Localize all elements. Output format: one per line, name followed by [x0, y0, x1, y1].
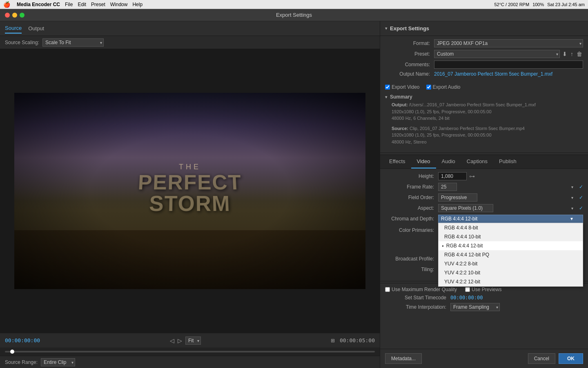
start-timecode-label: Set Start Timecode — [385, 295, 450, 301]
format-section: Format: JPEG 2000 MXF OP1a ▾ Preset: Cus… — [380, 36, 588, 83]
export-audio-checkbox[interactable] — [426, 85, 431, 90]
frame-rate-row: Frame Rate: 25 ▾ ✓ — [385, 183, 583, 191]
menu-window[interactable]: Window — [110, 2, 128, 7]
menu-preset[interactable]: Preset — [91, 2, 105, 7]
chroma-selected-value: RGB 4:4:4 12-bit — [441, 216, 477, 222]
fit-select[interactable]: Fit — [185, 337, 201, 345]
chroma-option-rgb444-12[interactable]: ● RGB 4:4:4 12-bit — [439, 241, 583, 250]
chroma-select-btn[interactable]: RGB 4:4:4 12-bit ▾ — [438, 215, 583, 223]
maximize-button[interactable] — [20, 13, 24, 18]
close-button[interactable] — [5, 13, 10, 18]
frame-rate-select-wrapper: 25 ▾ — [438, 183, 575, 191]
tab-source[interactable]: Source — [5, 23, 22, 34]
video-tabs-bar: Effects Video Audio Captions Publish — [380, 155, 588, 169]
minimize-button[interactable] — [12, 13, 17, 18]
source-output-tabs: Source Output — [0, 21, 380, 36]
apple-menu[interactable]: 🍎 — [3, 1, 10, 8]
preset-icons: ⬇ ↑ 🗑 — [561, 50, 583, 58]
frame-rate-value: 25 ▾ ✓ — [438, 183, 583, 191]
comments-input[interactable] — [434, 61, 583, 69]
timeline-handle[interactable] — [10, 350, 14, 354]
field-order-value: Progressive ▾ ✓ — [438, 193, 583, 202]
chroma-dropdown-wrapper: RGB 4:4:4 12-bit ▾ RGB 4:4:4 8-bit RGB 4… — [438, 215, 583, 223]
ok-cancel-group: Cancel OK — [528, 353, 583, 364]
source-scaling-select[interactable]: Scale To Fit — [42, 38, 104, 47]
tab-video[interactable]: Video — [411, 155, 436, 168]
output-name-link[interactable]: 2016_07 Jamberoo Perfect Storm 5sec Bump… — [434, 71, 552, 77]
chroma-option-rgb444-8[interactable]: RGB 4:4:4 8-bit — [439, 223, 583, 232]
left-panel: Source Output Source Scaling: Scale To F… — [0, 21, 380, 368]
use-max-render-check: Use Maximum Render Quality — [385, 287, 457, 292]
menu-help[interactable]: Help — [132, 2, 143, 7]
chroma-dropdown-menu: RGB 4:4:4 8-bit RGB 4:4:4 10-bit ● RGB 4… — [438, 223, 583, 287]
source-range-label: Source Range: — [5, 359, 38, 365]
chroma-option-label-6: YUV 4:2:2 10-bit — [444, 270, 480, 276]
height-input[interactable] — [438, 172, 467, 180]
time-interpolation-value: Frame Sampling ▾ — [450, 303, 583, 311]
video-settings-panel: Height: ⊶ Frame Rate: 25 ▾ ✓ — [380, 169, 588, 279]
ok-button[interactable]: OK — [559, 353, 583, 364]
menu-items: File Edit Preset Window Help — [65, 2, 143, 7]
camera-icon[interactable]: ⊞ — [331, 338, 335, 343]
comments-label: Comments: — [385, 62, 434, 67]
action-buttons: Metadata... Cancel OK — [380, 349, 588, 368]
aspect-label: Aspect: — [385, 205, 438, 211]
menu-edit[interactable]: Edit — [78, 2, 86, 7]
the-label: THE — [138, 163, 243, 171]
delete-preset-btn[interactable]: 🗑 — [576, 50, 583, 58]
frame-rate-label: Frame Rate: — [385, 184, 438, 190]
tab-output[interactable]: Output — [28, 24, 44, 33]
summary-label: Summary — [390, 94, 412, 100]
frame-rate-select[interactable]: 25 — [438, 183, 457, 191]
fit-select-wrapper: Fit ▾ — [185, 337, 201, 345]
preset-label: Preset: — [385, 51, 434, 57]
time-interpolation-select[interactable]: Frame Sampling — [450, 303, 500, 311]
next-frame-btn[interactable]: ▷ — [178, 337, 182, 344]
export-audio-check: Export Audio — [426, 84, 461, 90]
height-label: Height: — [385, 173, 438, 179]
render-quality-row: Use Maximum Render Quality Use Previews — [385, 287, 583, 292]
chroma-option-rgb444-12pq[interactable]: RGB 4:4:4 12-bit PQ — [439, 250, 583, 259]
aspect-select[interactable]: Square Pixels (1.0) — [438, 204, 493, 212]
link-icon[interactable]: ⊶ — [469, 173, 475, 180]
export-video-label: Export Video — [392, 84, 420, 90]
chroma-option-rgb444-10[interactable]: RGB 4:4:4 10-bit — [439, 232, 583, 241]
prev-frame-btn[interactable]: ◁ — [170, 337, 174, 344]
time-interpolation-row: Time Interpolation: Frame Sampling ▾ — [385, 303, 583, 311]
field-order-select-wrapper: Progressive ▾ — [438, 193, 575, 202]
use-previews-checkbox[interactable] — [465, 287, 470, 292]
cancel-button[interactable]: Cancel — [528, 353, 555, 364]
video-preview: THE PERFECTSTORM — [0, 49, 380, 333]
timecode-end: 00:00:05:00 — [340, 337, 375, 343]
source-range-bar: Source Range: Entire Clip ▾ — [0, 356, 380, 368]
source-range-select[interactable]: Entire Clip — [41, 358, 75, 366]
tab-publish[interactable]: Publish — [493, 155, 522, 168]
source-range-select-wrapper: Entire Clip ▾ — [41, 358, 75, 366]
metadata-button[interactable]: Metadata... — [385, 353, 422, 364]
format-row: Format: JPEG 2000 MXF OP1a ▾ — [385, 39, 583, 47]
tab-effects[interactable]: Effects — [383, 155, 411, 168]
use-max-render-checkbox[interactable] — [385, 287, 390, 292]
tab-audio[interactable]: Audio — [436, 155, 461, 168]
time-interpolation-label: Time Interpolation: — [385, 304, 450, 310]
chroma-option-yuv422-10[interactable]: YUV 4:2:2 10-bit — [439, 268, 583, 277]
format-select[interactable]: JPEG 2000 MXF OP1a — [434, 39, 583, 47]
output-name-row: Output Name: 2016_07 Jamberoo Perfect St… — [385, 71, 583, 77]
timeline-bar[interactable] — [0, 348, 380, 356]
tab-captions[interactable]: Captions — [461, 155, 493, 168]
chroma-option-yuv422-8[interactable]: YUV 4:2:2 8-bit — [439, 259, 583, 268]
export-video-checkbox[interactable] — [385, 85, 390, 90]
field-order-row: Field Order: Progressive ▾ ✓ — [385, 193, 583, 202]
chroma-option-yuv422-12[interactable]: YUV 4:2:2 12-bit — [439, 277, 583, 286]
collapse-arrow-icon[interactable]: ▾ — [385, 26, 388, 31]
field-order-select[interactable]: Progressive — [438, 193, 477, 202]
save-preset-btn[interactable]: ⬇ — [561, 50, 568, 58]
chroma-dot-3: ● — [442, 244, 444, 248]
menu-file[interactable]: File — [65, 2, 73, 7]
preset-select[interactable]: Custom — [434, 50, 560, 58]
timeline-track[interactable] — [5, 351, 375, 352]
import-preset-btn[interactable]: ↑ — [570, 50, 574, 58]
summary-collapse-icon[interactable]: ▾ — [385, 94, 388, 100]
transport-bar: 00:00:00:00 ◁ ▷ Fit ▾ ⊞ 00:00:05:00 — [0, 333, 380, 348]
render-checkboxes: Use Maximum Render Quality Use Previews — [385, 287, 501, 292]
